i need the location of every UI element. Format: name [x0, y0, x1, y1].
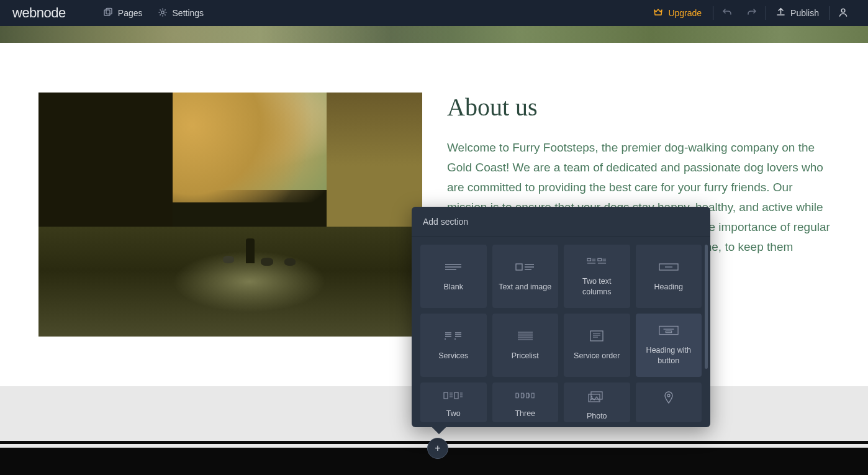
svg-rect-12 — [666, 331, 671, 333]
add-section-popover: Add section Blank Text and image Two t — [412, 207, 710, 427]
plus-icon: + — [435, 443, 440, 454]
account-button[interactable] — [831, 7, 856, 19]
svg-point-22 — [667, 394, 670, 397]
section-label: Two — [446, 409, 461, 419]
blank-icon — [443, 261, 463, 273]
about-heading[interactable]: About us — [447, 93, 834, 122]
divider — [766, 6, 766, 20]
svg-rect-1 — [106, 8, 112, 14]
section-option-text-image[interactable]: Text and image — [492, 245, 559, 308]
service-order-icon — [587, 330, 607, 342]
topbar: webnode Pages Settings Upgrade — [0, 0, 868, 26]
svg-rect-6 — [598, 258, 602, 261]
section-option-service-order[interactable]: Service order — [564, 314, 630, 377]
svg-point-2 — [161, 11, 163, 13]
svg-rect-5 — [587, 258, 591, 261]
section-option-photo[interactable]: Photo — [564, 382, 630, 422]
brand-logo[interactable]: webnode — [12, 5, 66, 21]
section-label: Pricelist — [512, 351, 539, 361]
nav-left: Pages Settings — [103, 7, 204, 19]
upgrade-button[interactable]: Upgrade — [643, 8, 712, 19]
section-label: Blank — [444, 282, 463, 292]
text-image-icon — [515, 261, 535, 273]
three-icon — [515, 391, 535, 400]
two-columns-icon — [587, 255, 607, 268]
section-option-heading[interactable]: Heading — [636, 245, 702, 308]
section-label: Text and image — [499, 282, 551, 292]
crown-icon — [653, 8, 663, 19]
svg-point-3 — [841, 9, 845, 12]
heading-icon — [659, 261, 679, 273]
popover-body: Blank Text and image Two text columns He… — [412, 237, 710, 427]
settings-label: Settings — [173, 8, 204, 18]
svg-rect-17 — [527, 393, 529, 398]
svg-point-9 — [454, 338, 456, 340]
services-icon — [443, 330, 463, 342]
popover-scrollbar[interactable] — [705, 245, 708, 369]
upgrade-label: Upgrade — [668, 8, 702, 18]
section-label: Heading with button — [641, 345, 697, 366]
settings-nav[interactable]: Settings — [158, 7, 204, 19]
section-option-two-text-columns[interactable]: Two text columns — [564, 245, 630, 308]
pages-nav[interactable]: Pages — [103, 7, 143, 19]
popover-title: Add section — [412, 207, 710, 237]
gear-icon — [158, 7, 168, 19]
section-label: Two text columns — [569, 276, 625, 297]
pages-icon — [103, 7, 113, 19]
two-icon — [443, 391, 463, 400]
svg-rect-14 — [454, 392, 458, 399]
add-section-button[interactable]: + — [427, 438, 448, 459]
redo-icon — [747, 7, 757, 19]
section-label: Services — [438, 351, 468, 361]
pricelist-icon — [515, 330, 535, 342]
photo-icon — [587, 391, 607, 402]
svg-rect-15 — [516, 393, 518, 398]
svg-rect-20 — [589, 394, 600, 402]
section-option-heading-button[interactable]: Heading with button — [636, 314, 702, 377]
section-option-map[interactable] — [636, 382, 702, 422]
redo-button[interactable] — [739, 7, 764, 19]
svg-rect-18 — [531, 393, 534, 398]
divider — [829, 6, 830, 20]
svg-rect-11 — [659, 327, 678, 335]
section-option-blank[interactable]: Blank — [420, 245, 487, 308]
svg-rect-13 — [444, 392, 448, 399]
about-image[interactable] — [38, 93, 422, 337]
section-grid: Blank Text and image Two text columns He… — [420, 245, 702, 422]
nav-right: Upgrade Publish — [643, 6, 856, 20]
svg-point-21 — [591, 396, 592, 397]
section-label: Three — [515, 409, 535, 419]
park-scene-illustration — [38, 93, 422, 337]
divider — [713, 6, 713, 20]
section-option-pricelist[interactable]: Pricelist — [492, 314, 559, 377]
undo-icon — [722, 7, 732, 19]
publish-button[interactable]: Publish — [767, 7, 828, 19]
section-option-two[interactable]: Two — [420, 382, 487, 422]
section-label: Heading — [654, 282, 683, 292]
svg-rect-10 — [590, 331, 603, 341]
svg-rect-4 — [516, 264, 522, 270]
svg-point-8 — [445, 338, 446, 340]
user-icon — [838, 7, 848, 19]
section-option-three[interactable]: Three — [492, 382, 559, 422]
pages-label: Pages — [118, 8, 143, 18]
svg-rect-16 — [521, 393, 523, 398]
map-pin-icon — [659, 391, 679, 404]
undo-button[interactable] — [715, 7, 739, 19]
section-option-services[interactable]: Services — [420, 314, 487, 377]
heading-button-icon — [659, 324, 679, 337]
hero-image-strip — [0, 26, 868, 43]
publish-label: Publish — [790, 8, 819, 18]
svg-rect-0 — [104, 10, 110, 16]
section-label: Service order — [574, 351, 620, 361]
section-label: Photo — [587, 411, 607, 422]
upload-icon — [776, 7, 785, 19]
